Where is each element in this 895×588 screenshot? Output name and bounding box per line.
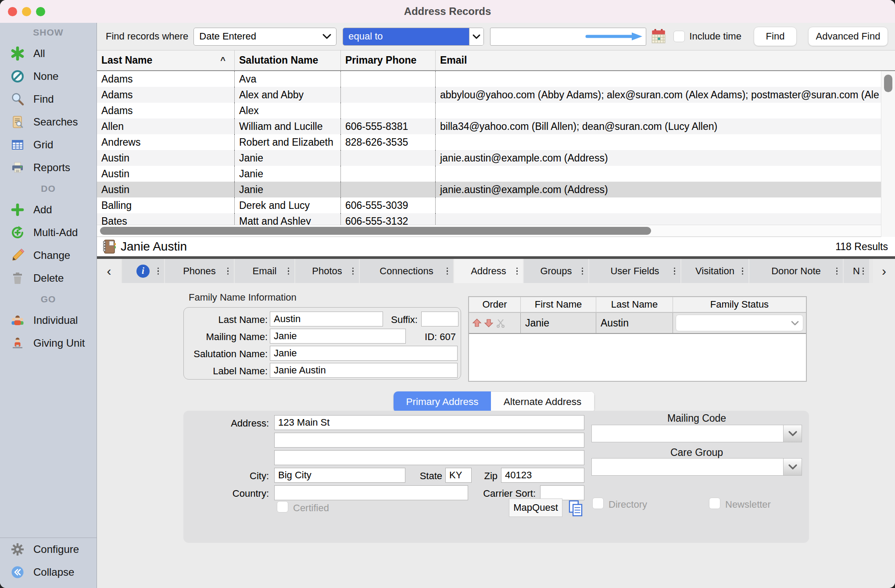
tab-user-fields[interactable]: User Fields bbox=[589, 259, 680, 283]
mailing-name-input[interactable] bbox=[270, 329, 406, 344]
sidebar-item-none[interactable]: None bbox=[0, 65, 97, 88]
table-row[interactable]: AndrewsRobert and Elizabeth828-626-3535 bbox=[97, 134, 895, 150]
state-input[interactable] bbox=[445, 468, 472, 483]
zip-input[interactable] bbox=[501, 468, 584, 483]
tab-menu-dots-icon[interactable] bbox=[288, 267, 290, 275]
table-row[interactable]: AustinJaniejanie.austin@example.com (Add… bbox=[97, 150, 895, 166]
salutation-name-input[interactable] bbox=[270, 346, 458, 361]
tab-n[interactable]: N bbox=[844, 259, 869, 283]
carrier-sort-input[interactable] bbox=[540, 485, 584, 500]
column-header-primary-phone[interactable]: Primary Phone bbox=[340, 50, 435, 70]
column-header-email[interactable]: Email bbox=[435, 50, 895, 70]
copy-address-icon[interactable] bbox=[567, 499, 584, 518]
mailing-code-dropdown[interactable] bbox=[591, 425, 802, 442]
find-bar: Find records where Date Entered equal to bbox=[97, 23, 895, 50]
member-last-name[interactable]: Austin bbox=[596, 313, 673, 333]
tab-menu-dots-icon[interactable] bbox=[674, 267, 676, 275]
vertical-scrollbar-thumb[interactable] bbox=[884, 75, 892, 92]
city-input[interactable] bbox=[274, 468, 405, 483]
sidebar-item-searches[interactable]: Searches bbox=[0, 111, 97, 133]
include-time-checkbox[interactable] bbox=[673, 31, 685, 42]
mapquest-button[interactable]: MapQuest bbox=[509, 498, 562, 517]
column-header-salutation-name[interactable]: Salutation Name bbox=[234, 50, 340, 70]
table-row[interactable]: AdamsAlex and Abbyabbylou@yahoo.com (Abb… bbox=[97, 87, 895, 103]
sidebar-item-grid[interactable]: Grid bbox=[0, 133, 97, 156]
address-line2-input[interactable] bbox=[274, 433, 584, 448]
member-first-name[interactable]: Janie bbox=[520, 313, 596, 333]
table-row[interactable]: AdamsAva bbox=[97, 71, 895, 87]
last-name-input[interactable] bbox=[270, 312, 383, 326]
address-label: Address: bbox=[225, 418, 269, 429]
table-row[interactable]: AdamsAlex bbox=[97, 103, 895, 118]
sidebar-item-find[interactable]: Find bbox=[0, 88, 97, 111]
sidebar-item-configure[interactable]: Configure bbox=[0, 538, 97, 561]
tab-menu-dots-icon[interactable] bbox=[863, 267, 864, 275]
newsletter-checkbox[interactable] bbox=[709, 498, 720, 509]
tab-menu-dots-icon[interactable] bbox=[158, 267, 159, 275]
tab-scroll-left-button[interactable]: ‹ bbox=[97, 259, 121, 283]
table-row[interactable]: BallingDerek and Lucy606-555-3039 bbox=[97, 197, 895, 213]
tab-donor-note[interactable]: Donor Note bbox=[749, 259, 843, 283]
tab-scroll-right-button[interactable]: › bbox=[873, 259, 895, 283]
find-field-value: Date Entered bbox=[199, 31, 256, 42]
country-input[interactable] bbox=[274, 485, 468, 500]
tab-menu-dots-icon[interactable] bbox=[742, 267, 744, 275]
tab-info[interactable]: i bbox=[122, 259, 164, 283]
sidebar-item-delete[interactable]: Delete bbox=[0, 267, 97, 290]
find-value-input[interactable] bbox=[490, 28, 646, 46]
scissors-icon[interactable] bbox=[495, 318, 506, 328]
tab-menu-dots-icon[interactable] bbox=[516, 267, 518, 275]
find-field-dropdown[interactable]: Date Entered bbox=[193, 28, 337, 46]
sidebar-item-collapse[interactable]: Collapse bbox=[0, 561, 97, 584]
address-line3-input[interactable] bbox=[274, 450, 584, 465]
vertical-scrollbar[interactable] bbox=[881, 71, 895, 237]
family-status-dropdown[interactable] bbox=[676, 315, 803, 331]
sidebar-item-all[interactable]: All bbox=[0, 42, 97, 65]
alternate-address-tab[interactable]: Alternate Address bbox=[491, 391, 594, 412]
table-row[interactable]: AustinJanie bbox=[97, 166, 895, 182]
move-up-icon[interactable] bbox=[472, 318, 482, 328]
sidebar-item-label: Add bbox=[33, 204, 52, 216]
tab-photos[interactable]: Photos bbox=[295, 259, 359, 283]
close-window-button[interactable] bbox=[8, 7, 17, 16]
magnifier-icon bbox=[11, 92, 25, 106]
tab-phones[interactable]: Phones bbox=[165, 259, 234, 283]
zoom-window-button[interactable] bbox=[36, 7, 45, 16]
sidebar-item-giving-unit[interactable]: Giving Unit bbox=[0, 332, 97, 355]
address-line1-input[interactable] bbox=[274, 415, 584, 430]
find-button[interactable]: Find bbox=[754, 27, 797, 46]
column-header-last-name[interactable]: Last Name ^ bbox=[97, 50, 234, 70]
tab-menu-dots-icon[interactable] bbox=[582, 267, 584, 275]
tab-menu-dots-icon[interactable] bbox=[836, 267, 838, 275]
sidebar-item-change[interactable]: Change bbox=[0, 244, 97, 267]
horizontal-scrollbar-thumb[interactable] bbox=[100, 227, 651, 235]
tab-menu-dots-icon[interactable] bbox=[227, 267, 229, 275]
table-row[interactable]: BatesMatt and Ashley606-555-3132 bbox=[97, 213, 895, 225]
horizontal-scrollbar[interactable] bbox=[97, 225, 895, 237]
suffix-input[interactable] bbox=[421, 312, 458, 326]
minimize-window-button[interactable] bbox=[22, 7, 31, 16]
care-group-dropdown[interactable] bbox=[591, 458, 802, 476]
tab-menu-dots-icon[interactable] bbox=[447, 267, 448, 275]
sidebar-item-reports[interactable]: Reports bbox=[0, 156, 97, 179]
certified-checkbox[interactable] bbox=[277, 501, 288, 513]
sidebar-item-individual[interactable]: Individual bbox=[0, 309, 97, 332]
tab-address[interactable]: Address bbox=[454, 259, 523, 283]
directory-checkbox[interactable] bbox=[592, 498, 604, 509]
tab-groups[interactable]: Groups bbox=[524, 259, 588, 283]
move-down-icon[interactable] bbox=[483, 318, 494, 328]
find-operator-dropdown[interactable]: equal to bbox=[343, 28, 484, 46]
table-row[interactable]: AllenWilliam and Lucille606-555-8381bill… bbox=[97, 118, 895, 134]
tab-email[interactable]: Email bbox=[235, 259, 294, 283]
sidebar-item-add[interactable]: Add bbox=[0, 198, 97, 221]
calendar-icon[interactable] bbox=[651, 28, 666, 45]
label-name-input[interactable] bbox=[270, 363, 458, 378]
primary-address-tab[interactable]: Primary Address bbox=[394, 391, 491, 412]
tab-menu-dots-icon[interactable] bbox=[352, 267, 354, 275]
family-member-row[interactable]: Janie Austin bbox=[469, 313, 806, 334]
table-row[interactable]: AustinJaniejanie.austin@example.com (Add… bbox=[97, 182, 895, 197]
tab-connections[interactable]: Connections bbox=[360, 259, 453, 283]
sidebar-item-multi-add[interactable]: Multi-Add bbox=[0, 221, 97, 244]
advanced-find-button[interactable]: Advanced Find bbox=[808, 27, 888, 46]
tab-visitation[interactable]: Visitation bbox=[681, 259, 748, 283]
